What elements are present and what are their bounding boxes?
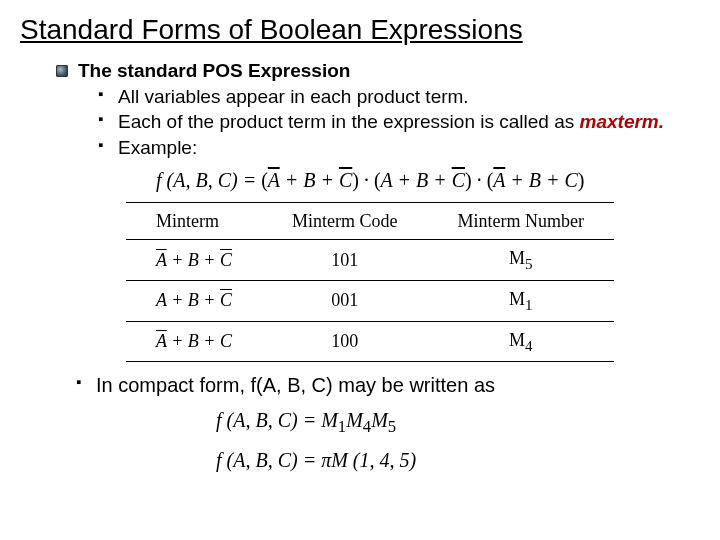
eq-lhs: f (A, B, C) =	[156, 169, 261, 191]
main-equation: f (A, B, C) = (A + B + C) · (A + B + C) …	[56, 167, 700, 194]
maxterm-word: maxterm.	[580, 111, 665, 132]
slide-title: Standard Forms of Boolean Expressions	[20, 14, 700, 46]
cell-expr: A + B + C	[126, 321, 262, 362]
cell-expr: A + B + C	[126, 280, 262, 321]
cell-code: 101	[262, 239, 428, 280]
col-code: Minterm Code	[262, 202, 428, 239]
cell-code: 001	[262, 280, 428, 321]
col-minterm: Minterm	[126, 202, 262, 239]
pos-heading-item: The standard POS Expression All variable…	[56, 58, 700, 161]
pos-heading: The standard POS Expression	[78, 60, 350, 81]
compact-equation-2: f (A, B, C) = πM (1, 4, 5)	[56, 447, 700, 474]
bullet-maxterm: Each of the product term in the expressi…	[78, 109, 700, 135]
cell-num: M4	[428, 321, 614, 362]
cell-num: M5	[428, 239, 614, 280]
minterm-table: Minterm Minterm Code Minterm Number A + …	[126, 202, 614, 363]
col-number: Minterm Number	[428, 202, 614, 239]
bullet-maxterm-a: Each of the product term in the expressi…	[118, 111, 574, 132]
table-header-row: Minterm Minterm Code Minterm Number	[126, 202, 614, 239]
cell-code: 100	[262, 321, 428, 362]
slide: Standard Forms of Boolean Expressions Th…	[0, 0, 720, 488]
cell-expr: A + B + C	[126, 239, 262, 280]
compact-equation-1: f (A, B, C) = M1M4M5	[56, 407, 700, 439]
cell-num: M1	[428, 280, 614, 321]
table-row: A + B + C 001 M1	[126, 280, 614, 321]
table-row: A + B + C 101 M5	[126, 239, 614, 280]
compact-form-line: In compact form, f(A, B, C) may be writt…	[56, 372, 700, 399]
slide-body: The standard POS Expression All variable…	[20, 58, 700, 474]
table-row: A + B + C 100 M4	[126, 321, 614, 362]
bullet-example: Example:	[78, 135, 700, 161]
bullet-all-vars: All variables appear in each product ter…	[78, 84, 700, 110]
